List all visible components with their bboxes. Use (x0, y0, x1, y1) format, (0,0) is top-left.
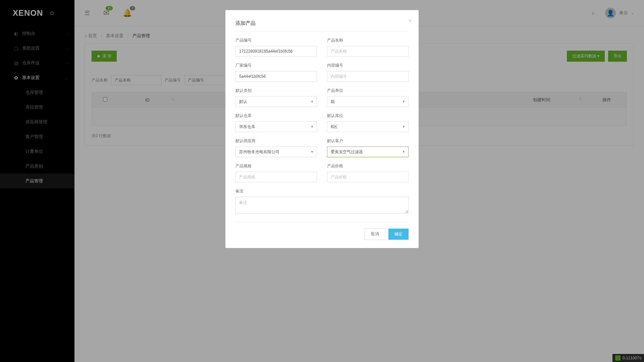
product-spec-label: 产品规格 (235, 163, 317, 169)
confirm-button[interactable]: 确定 (388, 229, 409, 240)
product-code-label: 产品编号 (235, 38, 317, 43)
manufacturer-code-label: 厂家编号 (235, 63, 317, 68)
manufacturer-code-input[interactable] (235, 71, 317, 82)
product-name-input[interactable] (327, 46, 409, 57)
default-warehouse-select[interactable]: 华东仓库 (235, 121, 317, 132)
product-unit-label: 产品单位 (327, 88, 409, 94)
cancel-button[interactable]: 取消 (365, 228, 385, 240)
default-customer-select[interactable]: 爱美克空气过滤器 (327, 146, 409, 157)
default-supplier-select[interactable]: 苏州牧冬光电有限公司 (235, 146, 317, 157)
default-location-select[interactable]: B区 (327, 121, 409, 132)
remark-label: 备注 (235, 188, 409, 194)
product-code-input[interactable] (235, 46, 317, 57)
default-location-label: 默认库位 (327, 113, 409, 119)
remark-textarea[interactable] (235, 197, 409, 214)
product-name-label: 产品名称 (327, 38, 409, 43)
default-supplier-label: 默认供应商 (235, 138, 317, 144)
internal-code-label: 内部编号 (327, 63, 409, 68)
product-price-label: 产品价格 (327, 163, 409, 169)
default-category-select[interactable]: 默认 (235, 96, 317, 107)
default-category-label: 默认类别 (235, 88, 317, 94)
default-customer-label: 默认客户 (327, 138, 409, 144)
product-unit-select[interactable]: 箱 (327, 96, 409, 107)
default-warehouse-label: 默认仓库 (235, 113, 317, 119)
modal-title: 添加产品 (235, 20, 409, 26)
close-icon[interactable]: × (408, 17, 412, 24)
product-price-input[interactable] (327, 172, 409, 182)
internal-code-input[interactable] (327, 71, 409, 82)
product-spec-input[interactable] (235, 172, 317, 182)
add-product-modal: 添加产品 × 产品编号 产品名称 厂家编号 内部编号 默认类别 默认 产品单位 … (225, 10, 419, 248)
